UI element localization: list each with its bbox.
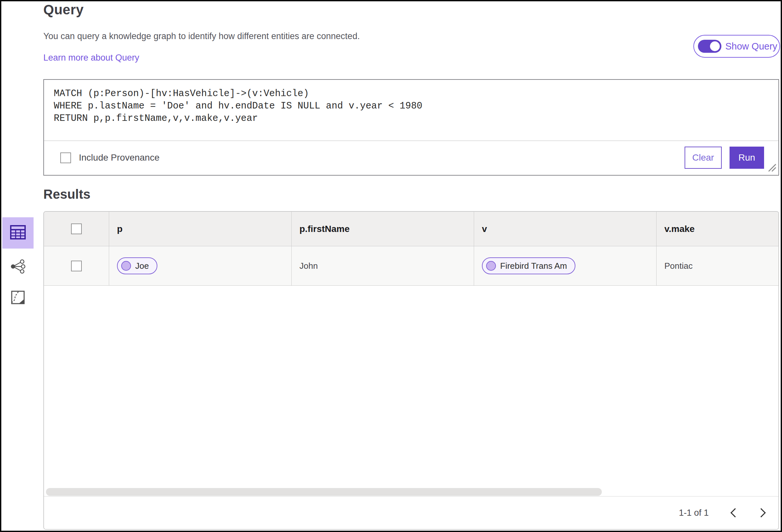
row-select-cell xyxy=(44,246,109,285)
vehicle-entity-pill[interactable]: Firebird Trans Am xyxy=(482,257,575,274)
resize-grip-icon[interactable] xyxy=(767,164,777,173)
learn-more-link[interactable]: Learn more about Query xyxy=(43,53,139,63)
toggle-knob xyxy=(710,41,720,51)
results-panel: p p.firstName v v.make Joe John Firebird… xyxy=(43,211,779,530)
toggle-switch-icon[interactable] xyxy=(698,40,721,53)
select-all-header-cell xyxy=(44,212,109,246)
select-all-checkbox[interactable] xyxy=(71,223,82,234)
include-provenance-label: Include Provenance xyxy=(79,152,159,163)
vehicle-entity-label: Firebird Trans Am xyxy=(500,261,567,271)
previous-page-button[interactable] xyxy=(727,506,741,520)
clear-button[interactable]: Clear xyxy=(684,147,722,169)
show-query-toggle[interactable]: Show Query xyxy=(694,35,780,58)
person-entity-label: Joe xyxy=(135,261,149,271)
row-select-checkbox[interactable] xyxy=(71,261,82,271)
network-view-button[interactable] xyxy=(7,256,29,278)
include-provenance-checkbox[interactable] xyxy=(60,152,71,163)
query-code-textarea[interactable]: MATCH (p:Person)-[hv:HasVehicle]->(v:Veh… xyxy=(44,80,778,141)
cell-p-firstname: John xyxy=(292,246,474,285)
chevron-left-icon xyxy=(731,508,740,517)
person-entity-pill[interactable]: Joe xyxy=(117,257,157,274)
cell-p: Joe xyxy=(109,246,292,285)
pagination-range-label: 1-1 of 1 xyxy=(679,508,709,518)
horizontal-scrollbar-thumb[interactable] xyxy=(46,488,602,496)
results-title: Results xyxy=(43,187,91,202)
map-view-icon xyxy=(11,291,25,306)
cell-v: Firebird Trans Am xyxy=(474,246,656,285)
next-page-button[interactable] xyxy=(755,506,769,520)
query-panel-footer: Include Provenance Clear Run xyxy=(44,141,778,174)
map-view-button[interactable] xyxy=(7,287,29,309)
entity-node-icon xyxy=(486,261,496,271)
query-page: Query You can query a knowledge graph to… xyxy=(0,0,782,532)
show-query-label: Show Query xyxy=(725,41,777,52)
table-header-row: p p.firstName v v.make xyxy=(44,212,778,246)
table-view-button[interactable] xyxy=(2,217,34,249)
column-header-v-make[interactable]: v.make xyxy=(656,212,778,246)
network-view-icon xyxy=(10,259,26,275)
page-title: Query xyxy=(43,2,84,17)
cell-v-make: Pontiac xyxy=(656,246,778,285)
table-view-icon xyxy=(10,225,26,241)
column-header-p[interactable]: p xyxy=(109,212,292,246)
page-description: You can query a knowledge graph to ident… xyxy=(43,31,360,41)
table-row[interactable]: Joe John Firebird Trans Am Pontiac xyxy=(44,246,778,286)
query-editor-panel: MATCH (p:Person)-[hv:HasVehicle]->(v:Veh… xyxy=(43,79,779,176)
column-header-p-firstname[interactable]: p.firstName xyxy=(292,212,474,246)
entity-node-icon xyxy=(121,261,131,271)
results-footer: 1-1 of 1 xyxy=(44,496,778,529)
run-button[interactable]: Run xyxy=(730,147,764,169)
chevron-right-icon xyxy=(756,508,766,517)
column-header-v[interactable]: v xyxy=(474,212,656,246)
